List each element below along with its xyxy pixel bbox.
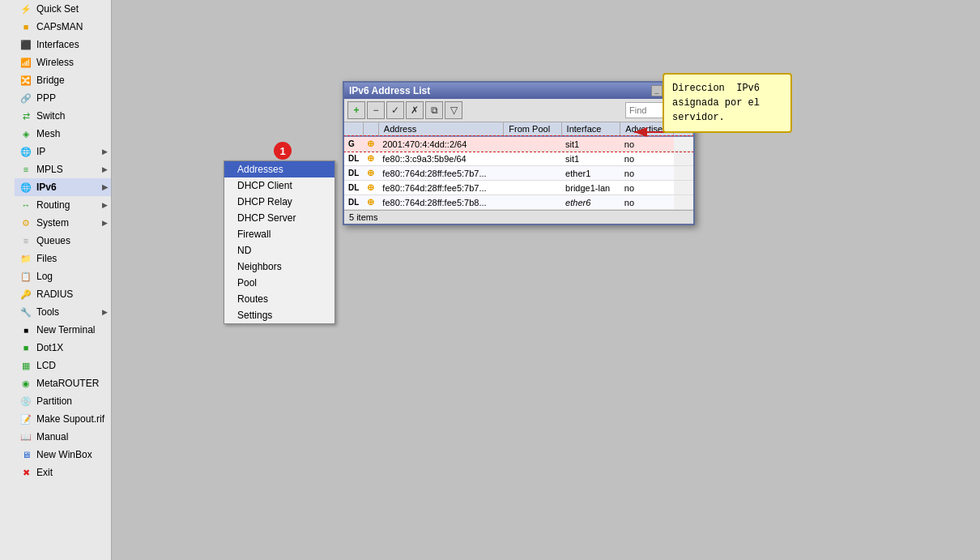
row-flag: DL [344,195,363,210]
table-row[interactable]: DL ⊕ fe80::764d:28ff:fee5:7b7... bridge1… [344,181,693,195]
ipv6-icon: 🌐 [19,181,32,194]
ipv6-address-list-window: IPv6 Address List _ □ ✕ + − ✓ ✗ ⧉ ▽ [343,81,695,225]
sidebar-label-makesupout: Make Supout.rif [36,413,104,425]
lcd-icon: ▦ [19,359,32,372]
row-from-pool [504,166,561,181]
sidebar-item-ipv6[interactable]: 🌐 IPv6 [15,178,111,196]
col-interface[interactable]: Interface [561,122,620,136]
partition-icon: 💿 [19,395,32,408]
sidebar-item-tools[interactable]: 🔧 Tools [15,303,111,321]
table-row[interactable]: DL ⊕ fe80::3:c9a3:5b9e/64 sit1 no [344,152,693,166]
sidebar-item-radius[interactable]: 🔑 RADIUS [15,285,111,303]
sidebar-label-newterminal: New Terminal [36,324,95,336]
submenu-item-addresses[interactable]: Addresses [224,161,334,177]
sidebar-item-capsman[interactable]: ■ CAPsMAN [15,18,111,36]
sidebar-item-mpls[interactable]: ≡ MPLS [15,160,111,178]
enable-button[interactable]: ✓ [386,101,404,119]
sidebar-item-files[interactable]: 📁 Files [15,250,111,267]
row-flag: DL [344,166,363,181]
submenu-item-routes[interactable]: Routes [224,291,334,307]
row-advertise: no [620,181,674,195]
row-icon: ⊕ [363,136,378,152]
sidebar-label-capsman: CAPsMAN [36,21,83,32]
sidebar-label-newwinbox: New WinBox [36,449,92,460]
remove-button[interactable]: − [367,101,385,119]
sidebar-item-quickset[interactable]: ⚡ Quick Set [15,0,111,18]
routing-icon: ↔ [19,199,32,212]
meta-icon: ◉ [19,377,32,390]
sidebar-item-bridge[interactable]: 🔀 Bridge [15,71,111,89]
sidebar-label-dot1x: Dot1X [36,342,63,353]
submenu-item-dhcp-client[interactable]: DHCP Client [224,177,334,194]
add-button[interactable]: + [347,101,365,119]
sidebar-label-exit: Exit [36,467,53,478]
make-icon: 📝 [19,413,32,425]
minimize-button[interactable]: _ [651,85,663,96]
sidebar-label-log: Log [36,271,53,282]
sidebar-item-newwinbox[interactable]: 🖥 New WinBox [15,446,111,464]
row-interface: sit1 [561,136,620,152]
sidebar-label-routing: Routing [36,199,70,211]
sidebar-item-metarouter[interactable]: ◉ MetaROUTER [15,374,111,392]
sidebar-item-interfaces[interactable]: ⬛ Interfaces [15,36,111,53]
table-row[interactable]: DL ⊕ fe80::764d:28ff:fee5:7b8... ether6 … [344,195,693,210]
sidebar-item-ip[interactable]: 🌐 IP [15,143,111,160]
row-flag: DL [344,181,363,195]
submenu-item-settings[interactable]: Settings [224,307,334,323]
manual-icon: 📖 [19,430,32,443]
sidebar-label-quickset: Quick Set [36,3,79,15]
copy-button[interactable]: ⧉ [425,101,443,119]
sidebar-label-ip: IP [36,146,45,157]
row-advertise: no [620,195,674,210]
table-row[interactable]: DL ⊕ fe80::764d:28ff:fee5:7b7... ether1 … [344,166,693,181]
sidebar-item-dot1x[interactable]: ■ Dot1X [15,339,111,357]
col-address[interactable]: Address [378,122,504,136]
items-count: 5 items [349,212,377,222]
ipv6-table-body: G ⊕ 2001:470:4:4dd::2/64 sit1 no DL ⊕ fe… [344,136,693,210]
sidebar-item-manual[interactable]: 📖 Manual [15,428,111,446]
sidebar-item-system[interactable]: ⚙ System [15,214,111,232]
submenu-item-dhcp-server[interactable]: DHCP Server [224,210,334,226]
submenu-item-dhcp-relay[interactable]: DHCP Relay [224,194,334,210]
submenu-item-neighbors[interactable]: Neighbors [224,259,334,275]
sidebar-item-lcd[interactable]: ▦ LCD [15,357,111,374]
submenu-item-nd[interactable]: ND [224,242,334,259]
sidebar-item-wireless[interactable]: 📶 Wireless [15,53,111,71]
sidebar-item-newterminal[interactable]: ■ New Terminal [15,321,111,339]
submenu-item-pool[interactable]: Pool [224,275,334,291]
ipv6-titlebar: IPv6 Address List _ □ ✕ [344,83,693,99]
queues-icon: ≡ [19,234,32,247]
annotation-balloon: Direccion IPv6 asignada por el servidor. [663,73,792,133]
sidebar-label-lcd: LCD [36,360,56,371]
sidebar-item-routing[interactable]: ↔ Routing [15,196,111,214]
row-address: fe80::764d:28ff:fee5:7b8... [378,195,504,210]
filter-button[interactable]: ▽ [445,101,462,119]
mesh-icon: ◈ [19,127,32,140]
quickset-icon: ⚡ [19,2,32,15]
sidebar-label-ipv6: IPv6 [36,182,57,193]
row-from-pool [504,152,561,166]
row-address: 2001:470:4:4dd::2/64 [378,136,504,152]
sidebar-label-bridge: Bridge [36,75,65,86]
submenu-item-firewall[interactable]: Firewall [224,226,334,242]
sidebar-item-partition[interactable]: 💿 Partition [15,392,111,410]
row-icon: ⊕ [363,166,378,181]
sidebar-label-interfaces: Interfaces [36,39,79,50]
sidebar-label-radius: RADIUS [36,289,73,300]
sidebar-item-exit[interactable]: ✖ Exit [15,464,111,481]
col-from-pool[interactable]: From Pool [504,122,561,136]
col-flag1 [344,122,363,136]
sidebar-item-mesh[interactable]: ◈ Mesh [15,125,111,143]
sidebar-item-log[interactable]: 📋 Log [15,267,111,285]
ipv6-statusbar: 5 items [344,210,693,224]
exit-icon: ✖ [19,466,32,479]
sidebar-item-switch[interactable]: ⇄ Switch [15,107,111,125]
sidebar-item-ppp[interactable]: 🔗 PPP [15,89,111,107]
row-icon: ⊕ [363,152,378,166]
disable-button[interactable]: ✗ [406,101,424,119]
sidebar-item-makesupout[interactable]: 📝 Make Supout.rif [15,410,111,428]
row-flag: G [344,136,363,152]
radius-icon: 🔑 [19,288,32,301]
sidebar-item-queues[interactable]: ≡ Queues [15,232,111,250]
row-from-pool [504,181,561,195]
